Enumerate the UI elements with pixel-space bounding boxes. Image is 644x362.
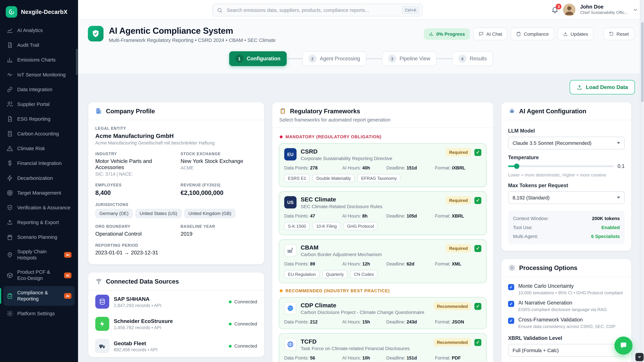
- chevron-down-icon[interactable]: [632, 7, 638, 12]
- sidebar-item-label: Target Management: [17, 190, 72, 196]
- data-source-row[interactable]: Schneider EcoStruxure 1,456,782 records …: [88, 313, 264, 335]
- sidebar-item-financial-integration[interactable]: Financial Integration: [3, 156, 75, 170]
- checkbox-checked[interactable]: [508, 301, 514, 307]
- xbrl-validation-select[interactable]: Full (Formula + Calc): [508, 344, 625, 357]
- multi-agent-value: 6 Specialists: [591, 234, 620, 239]
- shield-check-icon: [88, 26, 104, 41]
- step-pipeline-view[interactable]: 3 Pipeline View: [382, 51, 436, 66]
- user-avatar[interactable]: [563, 3, 576, 16]
- framework-checkbox[interactable]: [474, 149, 482, 156]
- card-subtitle: Select frameworks for automated report g…: [279, 117, 486, 123]
- updates-button[interactable]: Updates: [558, 27, 594, 40]
- progress-pill[interactable]: 0% Progress: [424, 28, 470, 40]
- topbar: Ctrl+K 3 John Doe Chief Sustainability O…: [78, 0, 644, 20]
- reset-button[interactable]: Reset: [603, 27, 634, 40]
- sidebar-item-carbon-accounting[interactable]: Carbon Accounting: [3, 127, 75, 141]
- sidebar-item-supply-chain-hotspots[interactable]: Supply Chain Hotspots AI: [3, 245, 75, 265]
- data-source-row[interactable]: Geotab Fleet 892,456 records • API Conne…: [88, 335, 264, 357]
- step-results[interactable]: 4 Results: [452, 51, 493, 66]
- sidebar-item-decarbonization[interactable]: Decarbonization: [3, 171, 75, 185]
- jurisdiction-chip: Germany (DE): [95, 209, 133, 218]
- sidebar-item-ai-analytics[interactable]: AI Analytics: [3, 23, 75, 37]
- framework-metric: Data Points:47: [284, 213, 342, 218]
- slider-thumb[interactable]: [514, 164, 519, 169]
- option-monte-carlo[interactable]: Monte Carlo Uncertainty 10,000 simulatio…: [502, 280, 631, 296]
- user-menu[interactable]: John Doe Chief Sustainability Offic...: [580, 4, 628, 15]
- load-demo-data-button[interactable]: Load Demo Data: [570, 80, 635, 94]
- sidebar-scrollbar-thumb[interactable]: [76, 49, 78, 75]
- sidebar-item-platform-settings[interactable]: Platform Settings: [3, 307, 75, 321]
- framework-card-sec-climate[interactable]: US SEC Climate SEC Climate-Related Discl…: [279, 191, 487, 235]
- notifications-button[interactable]: 3: [552, 6, 559, 13]
- framework-card-cbam[interactable]: CBAM Carbon Border Adjustment Mechanism …: [279, 239, 487, 283]
- step-configuration[interactable]: 1 Configuration: [229, 51, 286, 66]
- framework-card-csrd[interactable]: EU CSRD Corporate Sustainability Reporti…: [279, 143, 487, 187]
- sidebar-item-emissions-charts[interactable]: Emissions Charts: [3, 53, 75, 67]
- compliance-button[interactable]: Compliance: [511, 27, 554, 40]
- brand-logo[interactable]: Nexgile-DecarbX: [0, 0, 78, 23]
- sidebar-item-label: Scenario Planning: [17, 234, 72, 240]
- calculator-icon: [6, 131, 13, 137]
- framework-checkbox[interactable]: [474, 197, 482, 204]
- sidebar-item-audit-trail[interactable]: Audit Trail: [3, 38, 75, 52]
- framework-tag: ESRS E1: [284, 174, 310, 182]
- scroll-down-button[interactable]: [636, 353, 644, 361]
- framework-card-tcfd[interactable]: TCFD Task Force on Climate-related Finan…: [279, 333, 487, 362]
- option-ai-narrative[interactable]: AI Narrative Generation ESRS-compliant d…: [502, 296, 631, 313]
- option-cross-framework[interactable]: Cross-Framework Validation Ensure data c…: [502, 313, 631, 330]
- industry-value: Motor Vehicle Parts and Accessories: [95, 158, 176, 170]
- clipboard-icon: [516, 31, 522, 36]
- info-row: Multi-Agent: 6 Specialists: [513, 232, 620, 241]
- framework-checkbox[interactable]: [474, 339, 482, 346]
- sidebar-item-reporting-export[interactable]: Reporting & Export: [3, 216, 75, 229]
- sidebar-item-compliance-reporting[interactable]: Compliance & Reporting AI: [3, 286, 75, 306]
- sidebar-item-target-management[interactable]: Target Management: [3, 186, 75, 200]
- org-boundary-value: Operational Control: [95, 231, 176, 237]
- framework-metric: Deadline:151d: [386, 165, 435, 170]
- sidebar-item-label: Carbon Accounting: [17, 131, 72, 137]
- global-search[interactable]: Ctrl+K: [212, 4, 422, 16]
- ai-chat-button[interactable]: AI Chat: [473, 27, 507, 40]
- sidebar-item-product-pcf[interactable]: Product PCF & Eco-Design AI: [3, 266, 75, 285]
- step-agent-processing[interactable]: 2 Agent Processing: [302, 51, 366, 66]
- framework-name: CDP Climate: [301, 302, 424, 309]
- page-scrollbar[interactable]: [640, 0, 644, 362]
- framework-metric: Data Points:56: [284, 356, 342, 360]
- sidebar-item-label: Reporting & Export: [17, 219, 72, 226]
- search-input[interactable]: [226, 7, 398, 13]
- sidebar-item-data-integration[interactable]: Data Integration: [3, 82, 75, 96]
- box-icon: [6, 272, 13, 279]
- sidebar-item-scenario-planning[interactable]: Scenario Planning: [3, 230, 75, 244]
- framework-description: Carbon Border Adjustment Mechanism: [301, 252, 382, 257]
- sidebar-item-label: Financial Integration: [17, 160, 72, 166]
- sidebar-item-climate-risk[interactable]: Climate Risk: [3, 142, 75, 156]
- calendar-icon: [6, 234, 13, 241]
- framework-checkbox[interactable]: [474, 245, 482, 252]
- sidebar-item-esg-reporting[interactable]: ESG Reporting: [3, 112, 75, 126]
- sidebar-item-iot-monitoring[interactable]: IoT Sensor Monitoring: [3, 68, 75, 82]
- source-name: Geotab Fleet: [114, 340, 158, 346]
- framework-checkbox[interactable]: [474, 303, 482, 310]
- framework-card-cdp-climate[interactable]: CDP Climate Carbon Disclosure Project - …: [279, 297, 487, 329]
- source-meta: 892,456 records • API: [114, 347, 158, 352]
- max-tokens-select[interactable]: 8,192 (Standard): [508, 191, 625, 204]
- revenue-value: €2,100,000,000: [180, 189, 257, 196]
- llm-model-select[interactable]: Claude 3.5 Sonnet (Recommended): [508, 137, 625, 149]
- source-status: Connected: [229, 299, 257, 304]
- ai-badge: AI: [64, 272, 72, 278]
- content: Load Demo Data Company Profile: [78, 73, 644, 362]
- temperature-slider[interactable]: [508, 165, 613, 167]
- link-icon: [6, 86, 13, 93]
- sidebar-item-label: Platform Settings: [17, 311, 72, 317]
- page-scrollbar-thumb[interactable]: [641, 22, 644, 102]
- checkbox-checked[interactable]: [508, 318, 514, 324]
- chat-fab-button[interactable]: [614, 337, 632, 355]
- sidebar-item-supplier-portal[interactable]: Supplier Portal: [3, 97, 75, 111]
- checkbox-checked[interactable]: [508, 284, 514, 290]
- framework-metric: Deadline:151d: [386, 356, 435, 360]
- notification-badge: 3: [556, 3, 562, 9]
- data-source-row[interactable]: SAP S/4HANA 2,847,293 records • API Conn…: [88, 291, 264, 313]
- temperature-label: Temperature: [508, 155, 625, 160]
- sidebar-item-verification[interactable]: Verification & Assurance: [3, 201, 75, 215]
- framework-name: SEC Climate: [301, 196, 382, 203]
